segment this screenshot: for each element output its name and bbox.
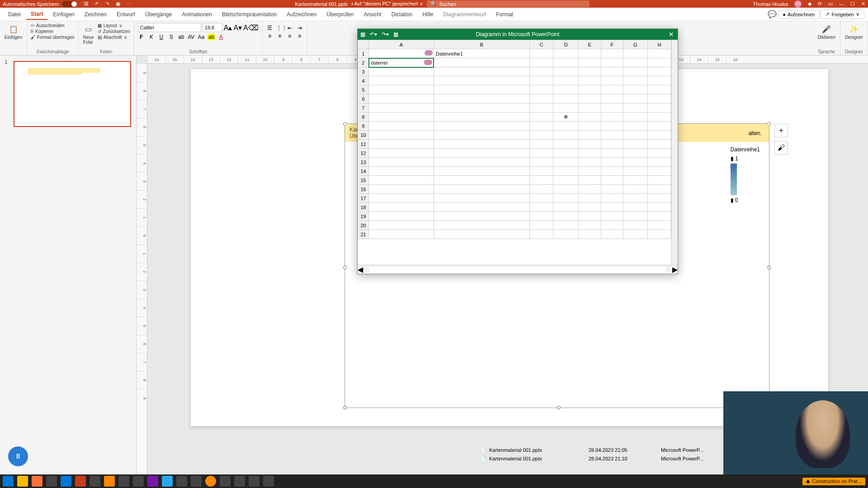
underline-button[interactable]: U — [158, 34, 165, 40]
col-header[interactable]: E — [578, 40, 601, 49]
user-name[interactable]: Thomas Hruska — [753, 1, 788, 7]
taskbar-firefox[interactable] — [32, 476, 42, 487]
taskbar-app[interactable] — [263, 476, 274, 487]
avatar[interactable]: TH — [794, 0, 802, 8]
tab-ansicht[interactable]: Ansicht — [359, 9, 386, 19]
tab-einfuegen[interactable]: Einfügen — [48, 9, 79, 19]
taskbar-chrome[interactable] — [46, 476, 57, 487]
tab-hilfe[interactable]: Hilfe — [418, 9, 438, 19]
autosave-toggle[interactable] — [62, 1, 77, 7]
case-button[interactable]: Aa — [198, 34, 205, 40]
tab-animationen[interactable]: Animationen — [177, 9, 217, 19]
tab-datei[interactable]: Datei — [4, 9, 25, 19]
paste-button[interactable]: 📋Einfügen — [4, 23, 23, 41]
format-painter-button[interactable]: 🖌 Format übertragen — [31, 35, 75, 40]
taskbar-app[interactable] — [133, 476, 144, 487]
indent-left-icon[interactable]: ⇤ — [286, 25, 293, 31]
tab-bildschirm[interactable]: Bildschirmpräsentation — [217, 9, 281, 19]
privacy-icon[interactable]: ◆ — [808, 1, 811, 7]
taskbar-app[interactable] — [220, 476, 231, 487]
tab-ueberpruefen[interactable]: Überprüfen — [322, 9, 358, 19]
excel-hscroll[interactable]: ◀▶ — [358, 265, 678, 274]
align-right-icon[interactable]: ≡ — [286, 33, 293, 39]
slide-thumbnail[interactable] — [14, 61, 131, 127]
layout-button[interactable]: ▦ Layout ∨ — [98, 23, 130, 28]
align-center-icon[interactable]: ≡ — [276, 33, 283, 39]
tab-start[interactable]: Start — [26, 9, 47, 20]
col-header[interactable]: B — [434, 40, 529, 49]
col-header[interactable]: A — [369, 40, 434, 49]
share-button[interactable]: ↗ Freigeben ∨ — [821, 9, 864, 19]
undo-icon[interactable]: ↶ — [95, 1, 99, 7]
justify-icon[interactable]: ≡ — [296, 33, 303, 39]
comments-icon[interactable]: 💬 — [768, 10, 777, 19]
align-left-icon[interactable]: ≡ — [266, 33, 274, 39]
font-color-button[interactable]: A — [217, 34, 225, 40]
indent-right-icon[interactable]: ⇥ — [296, 25, 303, 31]
taskbar-app[interactable] — [176, 476, 187, 487]
section-button[interactable]: ▤ Abschnitt ∨ — [98, 35, 130, 40]
redo-icon[interactable]: ↷ — [105, 1, 109, 7]
strike-button[interactable]: S — [168, 34, 175, 40]
new-slide-button[interactable]: ▭Neue Folie — [82, 23, 95, 46]
tab-dictation[interactable]: Dictation — [387, 9, 417, 19]
row-header[interactable]: 2 — [358, 58, 369, 67]
taskbar-app[interactable] — [191, 476, 202, 487]
col-header[interactable]: G — [623, 40, 647, 49]
active-cell[interactable]: österrei — [369, 58, 434, 67]
close-icon[interactable]: ✕ — [861, 1, 865, 7]
reset-button[interactable]: ↺ Zurücksetzen — [98, 29, 130, 34]
taskbar-notification[interactable]: ◆ Construction on Prat... — [802, 478, 865, 485]
tab-aufzeichnen[interactable]: Aufzeichnen — [282, 9, 321, 19]
italic-button[interactable]: K — [148, 34, 155, 40]
search-box[interactable]: 🔍 Suchen — [427, 0, 590, 7]
maximize-icon[interactable]: ☐ — [850, 1, 855, 7]
pause-recording-button[interactable]: ⏸ — [8, 446, 28, 466]
more-icon[interactable]: ⋯ — [127, 1, 132, 7]
taskbar-app[interactable] — [118, 476, 129, 487]
col-header[interactable]: F — [601, 40, 623, 49]
save-icon[interactable]: 🖫 — [84, 1, 89, 7]
tab-zeichnen[interactable]: Zeichnen — [80, 9, 111, 19]
clear-format-icon[interactable]: A⌫ — [243, 23, 259, 32]
taskbar-powerpoint[interactable] — [75, 476, 86, 487]
taskbar-telegram[interactable] — [162, 476, 173, 487]
designer-button[interactable]: ✨Designer — [844, 23, 864, 41]
row-header[interactable]: 1 — [358, 49, 369, 58]
taskbar-app[interactable] — [249, 476, 259, 487]
window-icon[interactable]: ▭ — [828, 1, 833, 7]
saved-location[interactable]: • Auf "diesem PC" gespeichert ∨ — [351, 1, 423, 7]
col-header[interactable]: C — [530, 40, 553, 49]
copy-button[interactable]: ⎘ Kopieren — [31, 29, 75, 34]
taskbar-obs[interactable] — [205, 476, 216, 487]
font-family-input[interactable] — [138, 23, 201, 32]
spacing-button[interactable]: AV — [188, 34, 195, 40]
excel-redo-icon[interactable]: ↷▾ — [382, 31, 389, 38]
taskbar-app[interactable] — [234, 476, 245, 487]
minimize-icon[interactable]: — — [839, 1, 844, 7]
taskbar-vlc[interactable] — [104, 476, 115, 487]
bullets-icon[interactable]: ☰ — [266, 25, 274, 31]
excel-icon[interactable]: ▦ — [360, 31, 365, 38]
excel-close-button[interactable]: ✕ — [669, 31, 674, 38]
shadow-button[interactable]: ab — [178, 34, 185, 40]
excel-undo-icon[interactable]: ↶▾ — [370, 31, 377, 38]
tab-entwurf[interactable]: Entwurf — [112, 9, 140, 19]
chart-data-editor[interactable]: ▦ ↶▾ ↷▾ ▦ Diagramm in Microsoft PowerPoi… — [357, 28, 678, 274]
highlight-button[interactable]: ab — [208, 34, 215, 40]
cell[interactable]: Datenreihe1 — [434, 49, 529, 58]
taskbar-edge[interactable] — [61, 476, 71, 487]
font-size-input[interactable] — [203, 23, 222, 32]
excel-more-icon[interactable]: ▦ — [393, 31, 398, 38]
taskbar-explorer[interactable] — [17, 476, 28, 487]
taskbar-app[interactable] — [90, 476, 100, 487]
dictate-button[interactable]: 🎤Diktieren — [817, 23, 836, 41]
grow-font-icon[interactable]: A▴ — [224, 23, 232, 32]
tab-format[interactable]: Format — [491, 9, 518, 19]
tab-diagramm[interactable]: Diagrammentwurf — [439, 9, 491, 19]
tab-uebergaenge[interactable]: Übergänge — [141, 9, 176, 19]
taskbar-start[interactable] — [3, 476, 14, 487]
chart-brush-button[interactable]: 🖌 — [774, 141, 788, 155]
numbering-icon[interactable]: ⋮⋮ — [276, 25, 283, 31]
cell[interactable] — [369, 49, 434, 58]
